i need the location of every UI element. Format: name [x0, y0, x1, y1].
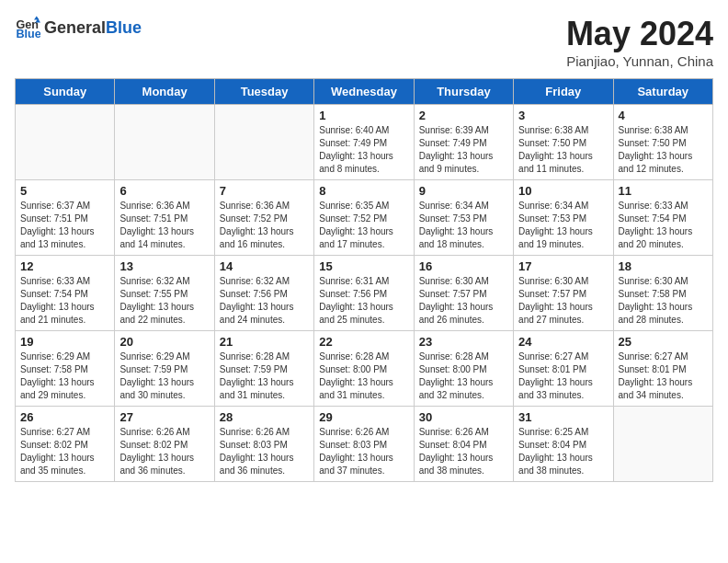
day-info: Sunrise: 6:30 AM Sunset: 7:58 PM Dayligh…	[619, 275, 708, 327]
calendar-cell: 9Sunrise: 6:34 AM Sunset: 7:53 PM Daylig…	[414, 180, 513, 256]
day-number: 21	[220, 335, 309, 349]
calendar-cell: 4Sunrise: 6:38 AM Sunset: 7:50 PM Daylig…	[613, 105, 712, 180]
calendar-cell: 8Sunrise: 6:35 AM Sunset: 7:52 PM Daylig…	[314, 180, 414, 256]
calendar-cell: 13Sunrise: 6:32 AM Sunset: 7:55 PM Dayli…	[115, 256, 214, 331]
title-block: May 2024 Pianjiao, Yunnan, China	[566, 15, 713, 69]
day-info: Sunrise: 6:26 AM Sunset: 8:03 PM Dayligh…	[319, 426, 408, 477]
day-info: Sunrise: 6:32 AM Sunset: 7:56 PM Dayligh…	[220, 275, 309, 327]
calendar-week-row: 26Sunrise: 6:27 AM Sunset: 8:02 PM Dayli…	[16, 407, 713, 482]
day-info: Sunrise: 6:31 AM Sunset: 7:56 PM Dayligh…	[319, 275, 408, 327]
calendar-cell: 3Sunrise: 6:38 AM Sunset: 7:50 PM Daylig…	[514, 105, 613, 180]
calendar-cell: 22Sunrise: 6:28 AM Sunset: 8:00 PM Dayli…	[314, 331, 414, 407]
day-info: Sunrise: 6:37 AM Sunset: 7:51 PM Dayligh…	[20, 200, 109, 251]
day-number: 26	[20, 410, 109, 424]
day-info: Sunrise: 6:28 AM Sunset: 8:00 PM Dayligh…	[419, 350, 508, 402]
day-number: 1	[319, 109, 408, 122]
calendar-cell: 17Sunrise: 6:30 AM Sunset: 7:57 PM Dayli…	[514, 256, 613, 331]
calendar-cell: 2Sunrise: 6:39 AM Sunset: 7:49 PM Daylig…	[414, 105, 513, 180]
calendar-cell: 10Sunrise: 6:34 AM Sunset: 7:53 PM Dayli…	[514, 180, 613, 256]
calendar-cell: 15Sunrise: 6:31 AM Sunset: 7:56 PM Dayli…	[314, 256, 414, 331]
calendar-cell	[214, 105, 313, 180]
day-info: Sunrise: 6:36 AM Sunset: 7:51 PM Dayligh…	[119, 200, 209, 251]
calendar-cell: 23Sunrise: 6:28 AM Sunset: 8:00 PM Dayli…	[414, 331, 513, 407]
day-of-week-header: Friday	[514, 79, 613, 105]
calendar-cell: 27Sunrise: 6:26 AM Sunset: 8:02 PM Dayli…	[115, 407, 214, 482]
calendar-cell: 16Sunrise: 6:30 AM Sunset: 7:57 PM Dayli…	[414, 256, 513, 331]
calendar-cell: 1Sunrise: 6:40 AM Sunset: 7:49 PM Daylig…	[314, 105, 414, 180]
day-info: Sunrise: 6:33 AM Sunset: 7:54 PM Dayligh…	[619, 200, 708, 251]
calendar-cell: 6Sunrise: 6:36 AM Sunset: 7:51 PM Daylig…	[115, 180, 214, 256]
day-number: 22	[319, 335, 408, 349]
calendar-cell: 28Sunrise: 6:26 AM Sunset: 8:03 PM Dayli…	[214, 407, 313, 482]
day-number: 20	[119, 335, 209, 349]
logo-general-text: General	[44, 18, 106, 38]
day-info: Sunrise: 6:28 AM Sunset: 7:59 PM Dayligh…	[220, 350, 309, 402]
calendar-week-row: 12Sunrise: 6:33 AM Sunset: 7:54 PM Dayli…	[16, 256, 713, 331]
day-number: 28	[220, 410, 309, 424]
calendar-cell: 20Sunrise: 6:29 AM Sunset: 7:59 PM Dayli…	[115, 331, 214, 407]
day-number: 13	[119, 259, 209, 273]
calendar-cell: 14Sunrise: 6:32 AM Sunset: 7:56 PM Dayli…	[214, 256, 313, 331]
day-number: 3	[518, 109, 608, 122]
day-info: Sunrise: 6:38 AM Sunset: 7:50 PM Dayligh…	[518, 124, 608, 176]
calendar-week-row: 5Sunrise: 6:37 AM Sunset: 7:51 PM Daylig…	[16, 180, 713, 256]
calendar-cell: 25Sunrise: 6:27 AM Sunset: 8:01 PM Dayli…	[613, 331, 712, 407]
day-number: 18	[619, 259, 708, 273]
day-info: Sunrise: 6:40 AM Sunset: 7:49 PM Dayligh…	[319, 124, 408, 176]
day-number: 5	[20, 184, 109, 198]
calendar-location: Pianjiao, Yunnan, China	[566, 53, 713, 69]
day-info: Sunrise: 6:38 AM Sunset: 7:50 PM Dayligh…	[619, 124, 708, 176]
calendar-cell: 18Sunrise: 6:30 AM Sunset: 7:58 PM Dayli…	[613, 256, 712, 331]
day-number: 24	[518, 335, 608, 349]
calendar-cell: 5Sunrise: 6:37 AM Sunset: 7:51 PM Daylig…	[16, 180, 115, 256]
calendar-week-row: 19Sunrise: 6:29 AM Sunset: 7:58 PM Dayli…	[16, 331, 713, 407]
day-number: 12	[20, 259, 109, 273]
calendar-cell: 26Sunrise: 6:27 AM Sunset: 8:02 PM Dayli…	[16, 407, 115, 482]
day-number: 23	[419, 335, 508, 349]
day-number: 31	[518, 410, 608, 424]
day-number: 4	[619, 109, 708, 122]
day-info: Sunrise: 6:30 AM Sunset: 7:57 PM Dayligh…	[419, 275, 508, 327]
day-info: Sunrise: 6:32 AM Sunset: 7:55 PM Dayligh…	[119, 275, 209, 327]
day-info: Sunrise: 6:27 AM Sunset: 8:02 PM Dayligh…	[20, 426, 109, 477]
day-number: 8	[319, 184, 408, 198]
calendar-cell	[16, 105, 115, 180]
calendar-cell	[613, 407, 712, 482]
day-info: Sunrise: 6:29 AM Sunset: 7:58 PM Dayligh…	[20, 350, 109, 402]
page-header: Gen Blue GeneralBlue May 2024 Pianjiao, …	[15, 15, 713, 69]
day-info: Sunrise: 6:34 AM Sunset: 7:53 PM Dayligh…	[518, 200, 608, 251]
logo-blue-text: Blue	[106, 18, 142, 38]
day-of-week-header: Saturday	[613, 79, 712, 105]
day-info: Sunrise: 6:34 AM Sunset: 7:53 PM Dayligh…	[419, 200, 508, 251]
calendar-cell: 29Sunrise: 6:26 AM Sunset: 8:03 PM Dayli…	[314, 407, 414, 482]
day-number: 15	[319, 259, 408, 273]
svg-marker-2	[34, 16, 40, 19]
day-info: Sunrise: 6:26 AM Sunset: 8:02 PM Dayligh…	[119, 426, 209, 477]
day-number: 2	[419, 109, 508, 122]
logo-icon: Gen Blue	[15, 15, 40, 40]
calendar-cell: 30Sunrise: 6:26 AM Sunset: 8:04 PM Dayli…	[414, 407, 513, 482]
calendar-table: SundayMondayTuesdayWednesdayThursdayFrid…	[15, 78, 713, 482]
logo: Gen Blue GeneralBlue	[15, 15, 142, 40]
calendar-title: May 2024	[566, 15, 713, 53]
day-info: Sunrise: 6:30 AM Sunset: 7:57 PM Dayligh…	[518, 275, 608, 327]
calendar-cell: 19Sunrise: 6:29 AM Sunset: 7:58 PM Dayli…	[16, 331, 115, 407]
calendar-cell: 21Sunrise: 6:28 AM Sunset: 7:59 PM Dayli…	[214, 331, 313, 407]
calendar-body: 1Sunrise: 6:40 AM Sunset: 7:49 PM Daylig…	[16, 105, 713, 482]
days-of-week-row: SundayMondayTuesdayWednesdayThursdayFrid…	[16, 79, 713, 105]
day-number: 11	[619, 184, 708, 198]
day-of-week-header: Tuesday	[214, 79, 313, 105]
day-of-week-header: Sunday	[16, 79, 115, 105]
day-info: Sunrise: 6:33 AM Sunset: 7:54 PM Dayligh…	[20, 275, 109, 327]
day-number: 7	[220, 184, 309, 198]
day-info: Sunrise: 6:29 AM Sunset: 7:59 PM Dayligh…	[119, 350, 209, 402]
day-info: Sunrise: 6:39 AM Sunset: 7:49 PM Dayligh…	[419, 124, 508, 176]
calendar-week-row: 1Sunrise: 6:40 AM Sunset: 7:49 PM Daylig…	[16, 105, 713, 180]
calendar-cell: 7Sunrise: 6:36 AM Sunset: 7:52 PM Daylig…	[214, 180, 313, 256]
day-info: Sunrise: 6:28 AM Sunset: 8:00 PM Dayligh…	[319, 350, 408, 402]
day-number: 27	[119, 410, 209, 424]
day-of-week-header: Thursday	[414, 79, 513, 105]
day-number: 16	[419, 259, 508, 273]
day-number: 29	[319, 410, 408, 424]
day-number: 19	[20, 335, 109, 349]
